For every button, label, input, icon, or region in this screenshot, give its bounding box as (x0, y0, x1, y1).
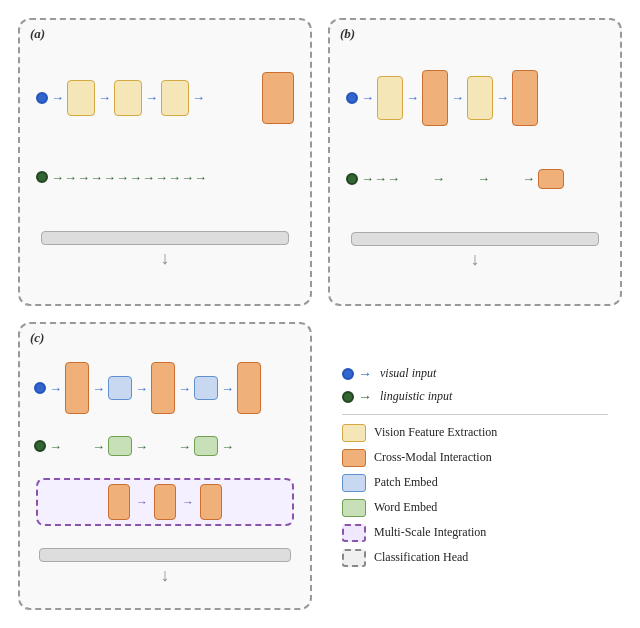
legend-blue-box (342, 474, 366, 492)
yblock1 (67, 80, 95, 116)
linguistic-input-row: →→→→→→→→→→→→ (36, 171, 294, 184)
co1 (65, 362, 89, 414)
legend-classification-label: Classification Head (374, 550, 468, 565)
linguistic-row-b: →→→ → → → (346, 169, 604, 189)
visual-row-b: → → → → (346, 70, 604, 126)
bo2 (512, 70, 538, 126)
legend-multiscale: Multi-Scale Integration (342, 524, 608, 542)
down-arrow-b: ↓ (471, 250, 480, 268)
down-arrow-c: ↓ (161, 566, 170, 584)
arr-g1: →→→→→→→→→→→→ (51, 171, 207, 184)
output-bar-b (351, 232, 599, 246)
legend-word-label: Word Embed (374, 500, 437, 515)
panel-c-label: (c) (30, 330, 44, 346)
legend-visual-label: visual input (380, 366, 436, 381)
legend-visual-dot (342, 368, 354, 380)
by2 (467, 76, 493, 120)
by1 (377, 76, 403, 120)
arr1: → (51, 91, 64, 104)
legend-vision-feature: Vision Feature Extraction (342, 424, 608, 442)
legend-classhead-box (342, 549, 366, 567)
legend-vision-label: Vision Feature Extraction (374, 425, 497, 440)
legend-cross-modal: Cross-Modal Interaction (342, 449, 608, 467)
visual-dot-c (34, 382, 46, 394)
linguistic-dot-b (346, 173, 358, 185)
linguistic-dot-c (34, 440, 46, 452)
co3 (237, 362, 261, 414)
panel-b-label: (b) (340, 26, 355, 42)
linguistic-dot (36, 171, 48, 183)
legend-cross-label: Cross-Modal Interaction (374, 450, 492, 465)
co2 (151, 362, 175, 414)
legend-word-embed: Word Embed (342, 499, 608, 517)
visual-dot-b (346, 92, 358, 104)
legend-patch-label: Patch Embed (374, 475, 438, 490)
visual-input-row: → → → → (36, 72, 294, 124)
output-bar-a (41, 231, 289, 245)
down-arrow-a: ↓ (161, 249, 170, 267)
legend-yellow-box (342, 424, 366, 442)
cbl1 (108, 376, 132, 400)
legend-multiscale-label: Multi-Scale Integration (374, 525, 486, 540)
cgr1 (108, 436, 132, 456)
yblock3 (161, 80, 189, 116)
cbl2 (194, 376, 218, 400)
legend-linguistic-dot (342, 391, 354, 403)
cgr2 (194, 436, 218, 456)
output-bar-c (39, 548, 291, 562)
arr3: → (145, 91, 158, 104)
bo-out (538, 169, 564, 189)
panel-a-label: (a) (30, 26, 45, 42)
orange-block-a (262, 72, 294, 124)
visual-dot (36, 92, 48, 104)
legend-orange-box (342, 449, 366, 467)
legend-visual: → visual input (342, 366, 608, 382)
yblock2 (114, 80, 142, 116)
arr4: → (192, 91, 205, 104)
legend-classification: Classification Head (342, 549, 608, 567)
legend-patch-embed: Patch Embed (342, 474, 608, 492)
bo1 (422, 70, 448, 126)
linguistic-row-c: → → → → → (34, 436, 296, 456)
legend-multiscale-box (342, 524, 366, 542)
legend-linguistic-label: linguistic input (380, 389, 452, 404)
visual-row-c: → → → → → (34, 362, 296, 414)
arr2: → (98, 91, 111, 104)
legend-green-box (342, 499, 366, 517)
multiscale-box: → → (36, 478, 294, 526)
legend-linguistic: → linguistic input (342, 389, 608, 405)
